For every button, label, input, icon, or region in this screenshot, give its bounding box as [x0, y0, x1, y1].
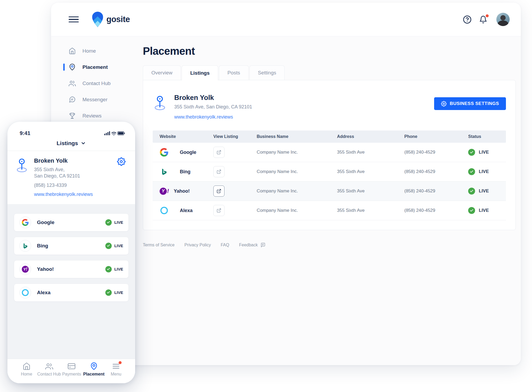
- status-badge: LIVE: [479, 150, 489, 155]
- phone-page-title: Listings: [57, 140, 78, 146]
- live-check-icon: [468, 188, 475, 195]
- status-badge: LIVE: [114, 290, 123, 295]
- notifications-bell-icon[interactable]: [479, 15, 487, 24]
- business-name: Broken Yolk: [174, 94, 252, 102]
- listing-card-yahoo[interactable]: Y! Yahoo! LIVE: [14, 260, 129, 278]
- table-row-alexa: Alexa Company Name Inc. 355 Sixth Ave (8…: [153, 201, 506, 220]
- business-name-cell: Company Name Inc.: [250, 188, 330, 194]
- faq-link[interactable]: FAQ: [221, 243, 229, 247]
- column-header: Phone: [397, 134, 461, 139]
- alexa-icon: [19, 287, 31, 298]
- menu-icon: [112, 362, 120, 370]
- status-badge: LIVE: [479, 169, 489, 174]
- column-header: Status: [461, 134, 506, 139]
- view-listing-button[interactable]: [213, 147, 225, 158]
- sidebar-item-home[interactable]: Home: [51, 43, 143, 59]
- live-check-icon: [468, 149, 475, 156]
- tab-overview[interactable]: Overview: [143, 65, 181, 80]
- feedback-link[interactable]: Feedback: [239, 242, 265, 248]
- terms-of-service-link[interactable]: Terms of Service: [143, 243, 174, 247]
- external-link-icon: [217, 208, 221, 213]
- listing-card-google[interactable]: Google LIVE: [14, 213, 129, 231]
- nav-item-payments[interactable]: Payments: [61, 362, 83, 383]
- notification-badge: [486, 14, 489, 17]
- help-icon[interactable]: [463, 15, 472, 24]
- address-cell: 355 Sixth Ave: [330, 150, 397, 155]
- live-check-icon: [468, 207, 475, 214]
- business-name-cell: Company Name Inc.: [250, 169, 330, 174]
- sidebar-item-label: Home: [82, 48, 96, 54]
- address-cell: 355 Sixth Ave: [330, 208, 397, 213]
- business-name: Broken Yolk: [34, 157, 93, 164]
- sidebar-item-label: Messenger: [82, 97, 107, 103]
- menu-notification-badge: [119, 361, 122, 364]
- site-name: Google: [180, 150, 196, 155]
- status-badge: LIVE: [479, 188, 489, 194]
- business-website-link[interactable]: www.thebrokenyolk.reviews: [174, 114, 252, 120]
- phone-cell: (858) 240-4529: [397, 188, 461, 194]
- gear-icon: [441, 101, 447, 107]
- external-link-icon: [217, 189, 221, 193]
- status-icons: [104, 130, 125, 136]
- bing-icon: [160, 167, 169, 176]
- page-title: Placement: [143, 45, 521, 57]
- placement-pin-icon: [69, 64, 76, 71]
- nav-item-placement[interactable]: Placement: [83, 362, 105, 383]
- privacy-policy-link[interactable]: Privacy Policy: [184, 243, 211, 247]
- tab-listings[interactable]: Listings: [182, 65, 218, 80]
- business-address: 355 Sixth Ave, San Diego, CA 92101: [34, 166, 93, 179]
- header-actions: [463, 13, 510, 26]
- view-listing-button[interactable]: [213, 205, 225, 216]
- address-cell: 355 Sixth Ave: [330, 169, 397, 174]
- credit-card-icon: [68, 362, 76, 370]
- sidebar-item-contact-hub[interactable]: Contact Hub: [51, 75, 143, 91]
- sidebar-item-placement[interactable]: Placement: [51, 59, 143, 75]
- business-settings-label: BUSINESS SETTINGS: [450, 101, 499, 106]
- contacts-icon: [69, 80, 76, 87]
- business-website-link[interactable]: www.thebrokenyolk.reviews: [34, 192, 93, 197]
- view-listing-button[interactable]: [213, 166, 225, 177]
- messenger-icon: [69, 96, 76, 103]
- tab-posts[interactable]: Posts: [219, 65, 249, 80]
- sidebar-item-messenger[interactable]: Messenger: [51, 91, 143, 108]
- column-header: Business Name: [250, 134, 330, 139]
- settings-gear-icon[interactable]: [117, 157, 126, 197]
- gosite-logo[interactable]: gosite: [92, 12, 130, 27]
- signal-wifi-battery-icons: [104, 130, 125, 136]
- phone-cell: (858) 240-4529: [397, 150, 461, 155]
- live-check-icon: [105, 266, 112, 272]
- listing-card-alexa[interactable]: Alexa LIVE: [14, 284, 129, 302]
- yahoo-icon: Y!: [19, 263, 31, 275]
- listing-site-name: Yahoo!: [37, 266, 54, 272]
- business-phone: (858) 123-4339: [34, 183, 93, 188]
- sidebar-item-reviews[interactable]: Reviews: [51, 108, 143, 124]
- contacts-icon: [45, 362, 53, 370]
- column-header: View Listing: [206, 134, 250, 139]
- tab-settings[interactable]: Settings: [250, 65, 285, 80]
- location-pin-icon: [16, 158, 28, 172]
- phone-page-selector[interactable]: Listings: [7, 140, 135, 146]
- status-badge: LIVE: [114, 220, 123, 225]
- alexa-icon: [160, 206, 169, 215]
- listing-card-bing[interactable]: Bing LIVE: [14, 237, 129, 255]
- nav-item-menu[interactable]: Menu: [105, 362, 127, 383]
- business-header: Broken Yolk 355 Sixth Ave, San Diego, CA…: [143, 80, 516, 120]
- user-avatar[interactable]: [496, 13, 510, 26]
- view-listing-button[interactable]: [213, 186, 225, 197]
- address-cell: 355 Sixth Ave: [330, 188, 397, 194]
- listing-site-name: Alexa: [37, 290, 51, 296]
- listings-panel: Broken Yolk 355 Sixth Ave, San Diego, CA…: [143, 80, 516, 230]
- table-row-yahoo: Y! Yahoo! Company Name Inc. 355 Sixth Av…: [153, 182, 506, 201]
- menu-toggle-icon[interactable]: [69, 15, 79, 24]
- nav-item-home[interactable]: Home: [15, 362, 38, 383]
- column-header: Address: [330, 134, 397, 139]
- table-header-row: Website View Listing Business Name Addre…: [153, 130, 506, 143]
- phone-cell: (858) 240-4529: [397, 169, 461, 174]
- yahoo-icon: Y!: [160, 188, 169, 195]
- listing-site-name: Google: [37, 220, 54, 225]
- location-pin-icon: [154, 96, 166, 111]
- nav-item-contact-hub[interactable]: Contact Hub: [38, 362, 61, 383]
- business-settings-button[interactable]: BUSINESS SETTINGS: [434, 97, 506, 110]
- business-name-cell: Company Name Inc.: [250, 150, 330, 155]
- live-check-icon: [468, 168, 475, 175]
